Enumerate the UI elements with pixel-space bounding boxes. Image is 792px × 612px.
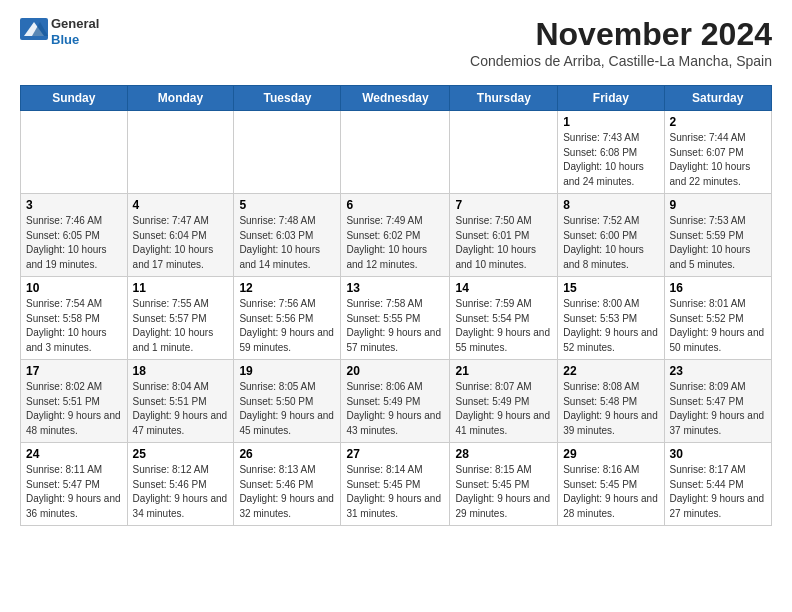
day-info: Sunrise: 8:07 AM Sunset: 5:49 PM Dayligh… (455, 380, 552, 438)
logo-icon (20, 18, 48, 40)
day-number: 12 (239, 281, 335, 295)
calendar-cell: 26Sunrise: 8:13 AM Sunset: 5:46 PM Dayli… (234, 443, 341, 526)
day-number: 6 (346, 198, 444, 212)
calendar-cell: 8Sunrise: 7:52 AM Sunset: 6:00 PM Daylig… (558, 194, 664, 277)
day-info: Sunrise: 8:12 AM Sunset: 5:46 PM Dayligh… (133, 463, 229, 521)
day-info: Sunrise: 8:00 AM Sunset: 5:53 PM Dayligh… (563, 297, 658, 355)
day-number: 29 (563, 447, 658, 461)
calendar-cell: 7Sunrise: 7:50 AM Sunset: 6:01 PM Daylig… (450, 194, 558, 277)
day-number: 3 (26, 198, 122, 212)
weekday-header-tuesday: Tuesday (234, 86, 341, 111)
calendar-week-5: 24Sunrise: 8:11 AM Sunset: 5:47 PM Dayli… (21, 443, 772, 526)
day-number: 2 (670, 115, 766, 129)
day-info: Sunrise: 7:58 AM Sunset: 5:55 PM Dayligh… (346, 297, 444, 355)
logo-general: General (51, 16, 99, 32)
month-title: November 2024 (470, 16, 772, 53)
calendar-cell: 25Sunrise: 8:12 AM Sunset: 5:46 PM Dayli… (127, 443, 234, 526)
day-number: 21 (455, 364, 552, 378)
weekday-header-monday: Monday (127, 86, 234, 111)
calendar-cell: 9Sunrise: 7:53 AM Sunset: 5:59 PM Daylig… (664, 194, 771, 277)
day-number: 19 (239, 364, 335, 378)
day-number: 30 (670, 447, 766, 461)
day-number: 13 (346, 281, 444, 295)
calendar-cell: 18Sunrise: 8:04 AM Sunset: 5:51 PM Dayli… (127, 360, 234, 443)
day-number: 15 (563, 281, 658, 295)
calendar-cell: 24Sunrise: 8:11 AM Sunset: 5:47 PM Dayli… (21, 443, 128, 526)
day-info: Sunrise: 8:17 AM Sunset: 5:44 PM Dayligh… (670, 463, 766, 521)
logo: General Blue (20, 16, 99, 47)
calendar-cell: 4Sunrise: 7:47 AM Sunset: 6:04 PM Daylig… (127, 194, 234, 277)
day-info: Sunrise: 8:08 AM Sunset: 5:48 PM Dayligh… (563, 380, 658, 438)
calendar-cell: 10Sunrise: 7:54 AM Sunset: 5:58 PM Dayli… (21, 277, 128, 360)
calendar-cell: 5Sunrise: 7:48 AM Sunset: 6:03 PM Daylig… (234, 194, 341, 277)
logo-blue: Blue (51, 32, 99, 48)
calendar-cell (450, 111, 558, 194)
day-number: 16 (670, 281, 766, 295)
day-info: Sunrise: 7:46 AM Sunset: 6:05 PM Dayligh… (26, 214, 122, 272)
calendar-week-2: 3Sunrise: 7:46 AM Sunset: 6:05 PM Daylig… (21, 194, 772, 277)
day-number: 25 (133, 447, 229, 461)
day-info: Sunrise: 7:49 AM Sunset: 6:02 PM Dayligh… (346, 214, 444, 272)
calendar-cell: 27Sunrise: 8:14 AM Sunset: 5:45 PM Dayli… (341, 443, 450, 526)
day-info: Sunrise: 7:48 AM Sunset: 6:03 PM Dayligh… (239, 214, 335, 272)
calendar-cell: 21Sunrise: 8:07 AM Sunset: 5:49 PM Dayli… (450, 360, 558, 443)
calendar-cell: 2Sunrise: 7:44 AM Sunset: 6:07 PM Daylig… (664, 111, 771, 194)
day-number: 18 (133, 364, 229, 378)
day-info: Sunrise: 8:09 AM Sunset: 5:47 PM Dayligh… (670, 380, 766, 438)
day-number: 26 (239, 447, 335, 461)
day-number: 20 (346, 364, 444, 378)
day-info: Sunrise: 7:59 AM Sunset: 5:54 PM Dayligh… (455, 297, 552, 355)
weekday-header-sunday: Sunday (21, 86, 128, 111)
day-info: Sunrise: 8:06 AM Sunset: 5:49 PM Dayligh… (346, 380, 444, 438)
day-info: Sunrise: 7:44 AM Sunset: 6:07 PM Dayligh… (670, 131, 766, 189)
calendar-cell: 19Sunrise: 8:05 AM Sunset: 5:50 PM Dayli… (234, 360, 341, 443)
calendar-week-1: 1Sunrise: 7:43 AM Sunset: 6:08 PM Daylig… (21, 111, 772, 194)
calendar-cell (21, 111, 128, 194)
day-number: 17 (26, 364, 122, 378)
calendar-week-3: 10Sunrise: 7:54 AM Sunset: 5:58 PM Dayli… (21, 277, 772, 360)
calendar-cell (341, 111, 450, 194)
calendar-cell: 16Sunrise: 8:01 AM Sunset: 5:52 PM Dayli… (664, 277, 771, 360)
day-number: 28 (455, 447, 552, 461)
day-number: 22 (563, 364, 658, 378)
day-number: 5 (239, 198, 335, 212)
day-number: 23 (670, 364, 766, 378)
day-info: Sunrise: 7:43 AM Sunset: 6:08 PM Dayligh… (563, 131, 658, 189)
calendar-cell: 11Sunrise: 7:55 AM Sunset: 5:57 PM Dayli… (127, 277, 234, 360)
calendar-cell: 14Sunrise: 7:59 AM Sunset: 5:54 PM Dayli… (450, 277, 558, 360)
weekday-header-friday: Friday (558, 86, 664, 111)
day-info: Sunrise: 8:04 AM Sunset: 5:51 PM Dayligh… (133, 380, 229, 438)
day-info: Sunrise: 7:55 AM Sunset: 5:57 PM Dayligh… (133, 297, 229, 355)
day-info: Sunrise: 8:16 AM Sunset: 5:45 PM Dayligh… (563, 463, 658, 521)
weekday-header-row: SundayMondayTuesdayWednesdayThursdayFrid… (21, 86, 772, 111)
calendar-cell: 23Sunrise: 8:09 AM Sunset: 5:47 PM Dayli… (664, 360, 771, 443)
day-number: 10 (26, 281, 122, 295)
calendar-body: 1Sunrise: 7:43 AM Sunset: 6:08 PM Daylig… (21, 111, 772, 526)
day-info: Sunrise: 8:13 AM Sunset: 5:46 PM Dayligh… (239, 463, 335, 521)
day-number: 9 (670, 198, 766, 212)
location-title: Condemios de Arriba, Castille-La Mancha,… (470, 53, 772, 69)
calendar-cell (234, 111, 341, 194)
calendar-cell: 22Sunrise: 8:08 AM Sunset: 5:48 PM Dayli… (558, 360, 664, 443)
calendar-header: SundayMondayTuesdayWednesdayThursdayFrid… (21, 86, 772, 111)
calendar-table: SundayMondayTuesdayWednesdayThursdayFrid… (20, 85, 772, 526)
day-number: 27 (346, 447, 444, 461)
day-info: Sunrise: 8:14 AM Sunset: 5:45 PM Dayligh… (346, 463, 444, 521)
weekday-header-thursday: Thursday (450, 86, 558, 111)
day-info: Sunrise: 8:05 AM Sunset: 5:50 PM Dayligh… (239, 380, 335, 438)
day-info: Sunrise: 8:01 AM Sunset: 5:52 PM Dayligh… (670, 297, 766, 355)
calendar-cell: 13Sunrise: 7:58 AM Sunset: 5:55 PM Dayli… (341, 277, 450, 360)
day-number: 4 (133, 198, 229, 212)
calendar-cell: 6Sunrise: 7:49 AM Sunset: 6:02 PM Daylig… (341, 194, 450, 277)
calendar-week-4: 17Sunrise: 8:02 AM Sunset: 5:51 PM Dayli… (21, 360, 772, 443)
day-info: Sunrise: 8:11 AM Sunset: 5:47 PM Dayligh… (26, 463, 122, 521)
day-number: 8 (563, 198, 658, 212)
calendar-cell: 20Sunrise: 8:06 AM Sunset: 5:49 PM Dayli… (341, 360, 450, 443)
calendar-cell: 1Sunrise: 7:43 AM Sunset: 6:08 PM Daylig… (558, 111, 664, 194)
day-number: 11 (133, 281, 229, 295)
weekday-header-wednesday: Wednesday (341, 86, 450, 111)
calendar-cell: 3Sunrise: 7:46 AM Sunset: 6:05 PM Daylig… (21, 194, 128, 277)
day-number: 7 (455, 198, 552, 212)
calendar-cell: 17Sunrise: 8:02 AM Sunset: 5:51 PM Dayli… (21, 360, 128, 443)
calendar-cell: 12Sunrise: 7:56 AM Sunset: 5:56 PM Dayli… (234, 277, 341, 360)
